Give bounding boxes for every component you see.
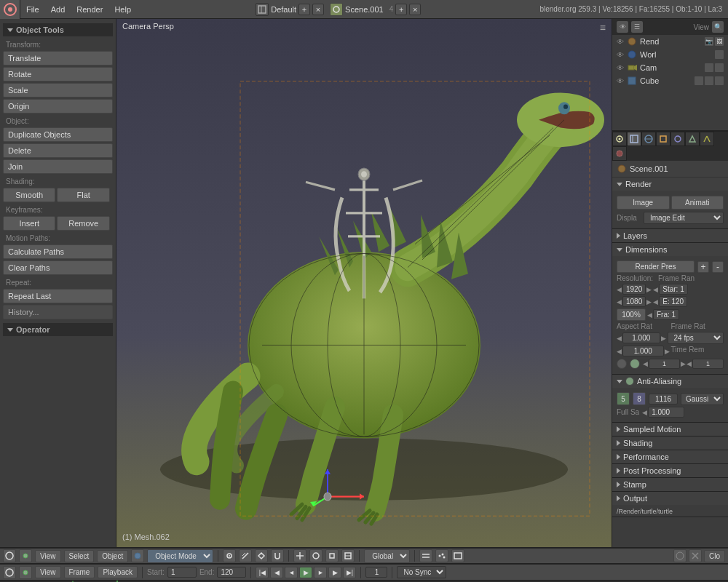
play-btn[interactable]: ▶ — [299, 567, 312, 578]
scale-btn[interactable]: Scale — [3, 83, 113, 97]
sync-select[interactable]: No Sync — [397, 566, 446, 578]
timeline-icon1[interactable] — [3, 566, 16, 579]
shading-section-header[interactable]: Shading — [612, 436, 728, 450]
sampled-motion-header[interactable]: Sampled Motion — [612, 423, 728, 436]
percent-value[interactable]: 100% — [617, 308, 646, 321]
viewport-3d[interactable]: Camera Persp ≡ (1) Mesh.062 — [116, 19, 612, 547]
preset-remove-btn[interactable]: - — [712, 261, 724, 273]
prop-tab-constraints[interactable] — [670, 132, 685, 146]
aspect-x[interactable]: 1.000 — [622, 332, 660, 343]
search-icon[interactable]: 🔍 — [712, 21, 724, 33]
scale-icon[interactable] — [325, 549, 339, 562]
layout-add[interactable]: + — [298, 4, 310, 15]
end-value[interactable]: E: 120 — [659, 296, 687, 307]
prop-tab-material[interactable] — [612, 146, 627, 161]
view-btn[interactable]: View — [35, 550, 61, 562]
toggle2[interactable] — [630, 359, 640, 369]
particle-icon[interactable] — [435, 549, 448, 562]
delete-btn[interactable]: Delete — [3, 143, 113, 158]
outliner-item-world[interactable]: 👁 Worl — [612, 48, 728, 61]
flat-btn[interactable]: Flat — [57, 188, 109, 202]
world-cam-icon[interactable] — [715, 50, 724, 59]
layout-close[interactable]: × — [312, 4, 324, 15]
toggle1[interactable] — [617, 359, 627, 369]
cube-icon2[interactable] — [705, 76, 713, 85]
tools-collapse[interactable] — [7, 28, 13, 32]
clear-paths-btn[interactable]: Clear Paths — [3, 260, 113, 275]
playback-btn[interactable]: Playback — [98, 566, 138, 578]
orientation-icon[interactable] — [239, 549, 252, 562]
stamp-section-header[interactable]: Stamp — [612, 478, 728, 491]
frame-num-val2[interactable]: 1 — [692, 359, 724, 369]
join-btn[interactable]: Join — [3, 159, 113, 174]
translate-btn[interactable]: Translate — [3, 51, 113, 65]
widget-icon1[interactable] — [673, 549, 687, 562]
post-processing-header[interactable]: Post Processing — [612, 464, 728, 477]
output-section-header[interactable]: Output — [612, 492, 728, 505]
rend-cam-icon[interactable]: 📷 — [705, 37, 713, 46]
transform-icon[interactable] — [341, 549, 355, 562]
history-btn[interactable]: History... — [3, 305, 113, 319]
preset-btn[interactable]: Render Pres — [617, 260, 695, 273]
render-icon[interactable] — [451, 549, 464, 562]
object-menu-btn[interactable]: Object — [97, 550, 128, 562]
viewport-menu-icon[interactable]: ≡ — [600, 22, 606, 33]
start-value[interactable]: Star: 1 — [659, 284, 687, 295]
output-path-value[interactable]: /Render/turtle/turtle — [617, 508, 673, 515]
aa-toggle[interactable] — [625, 377, 634, 386]
aspect-y[interactable]: 1.000 — [622, 346, 664, 356]
prop-tab-render[interactable] — [612, 132, 627, 146]
next-key-btn[interactable]: ► — [314, 567, 327, 578]
smooth-btn[interactable]: Smooth — [3, 188, 55, 202]
aa-num-5[interactable]: 5 — [617, 392, 630, 405]
origin-btn[interactable]: Origin — [3, 99, 113, 113]
widget-icon2[interactable] — [689, 549, 702, 562]
frame-value[interactable]: Fra: 1 — [653, 309, 679, 320]
end-frame-input[interactable] — [217, 567, 246, 578]
repeat-last-btn[interactable]: Repeat Last — [3, 289, 113, 303]
outliner-item-cube[interactable]: 👁 Cube — [612, 74, 728, 87]
prev-frame-btn[interactable]: ◀ — [270, 567, 283, 578]
height-value[interactable]: 1080 — [622, 296, 646, 307]
remove-btn[interactable]: Remove — [57, 216, 109, 231]
layout-icon[interactable] — [256, 3, 269, 16]
jump-start-btn[interactable]: |◀ — [256, 567, 269, 578]
full-sa-value[interactable]: 1.000 — [648, 407, 684, 418]
performance-section-header[interactable]: Performance — [612, 450, 728, 463]
outliner-item-rend[interactable]: 👁 Rend 📷 🖼 — [612, 35, 728, 48]
cam-icon1[interactable] — [705, 63, 713, 72]
next-frame-btn[interactable]: ▶ — [328, 567, 341, 578]
operator-collapse[interactable] — [7, 328, 13, 332]
cube-icon1[interactable] — [695, 76, 703, 85]
calculate-paths-btn[interactable]: Calculate Paths — [3, 244, 113, 259]
frame-btn[interactable]: Frame — [64, 566, 95, 578]
layers-icon[interactable] — [419, 549, 432, 562]
pivot-icon[interactable] — [223, 549, 236, 562]
close-area-btn[interactable]: Clo — [704, 550, 725, 562]
prop-tab-data[interactable] — [700, 132, 714, 146]
outliner-item-cam[interactable]: 👁 Cam — [612, 61, 728, 74]
timeline-icon2[interactable] — [19, 566, 32, 579]
image-render-btn[interactable]: Image — [617, 196, 670, 210]
display-select[interactable]: Image Edit — [644, 212, 724, 224]
aa-type-select[interactable]: Gaussi — [681, 393, 724, 405]
view-icon2[interactable]: ☰ — [631, 21, 643, 33]
preset-add-btn[interactable]: + — [697, 261, 709, 273]
frame-close[interactable]: × — [409, 4, 421, 15]
cube-icon3[interactable] — [715, 76, 724, 85]
rend-render-icon[interactable]: 🖼 — [715, 37, 724, 46]
prop-tab-world[interactable] — [641, 132, 656, 146]
menu-add[interactable]: Add — [45, 2, 71, 17]
aa-num-8[interactable]: 8 — [633, 392, 646, 405]
menu-render[interactable]: Render — [71, 2, 108, 17]
magnet-icon[interactable] — [271, 549, 284, 562]
frame-add[interactable]: + — [395, 4, 407, 15]
mode-select[interactable]: Object Mode — [147, 549, 213, 563]
prev-key-btn[interactable]: ◄ — [285, 567, 298, 578]
rotate-btn[interactable]: Rotate — [3, 67, 113, 81]
menu-help[interactable]: Help — [108, 2, 137, 17]
insert-btn[interactable]: Insert — [3, 216, 55, 231]
dimensions-section-header[interactable]: Dimensions — [612, 243, 728, 256]
cam-icon2[interactable] — [715, 63, 724, 72]
menu-file[interactable]: File — [20, 2, 45, 17]
